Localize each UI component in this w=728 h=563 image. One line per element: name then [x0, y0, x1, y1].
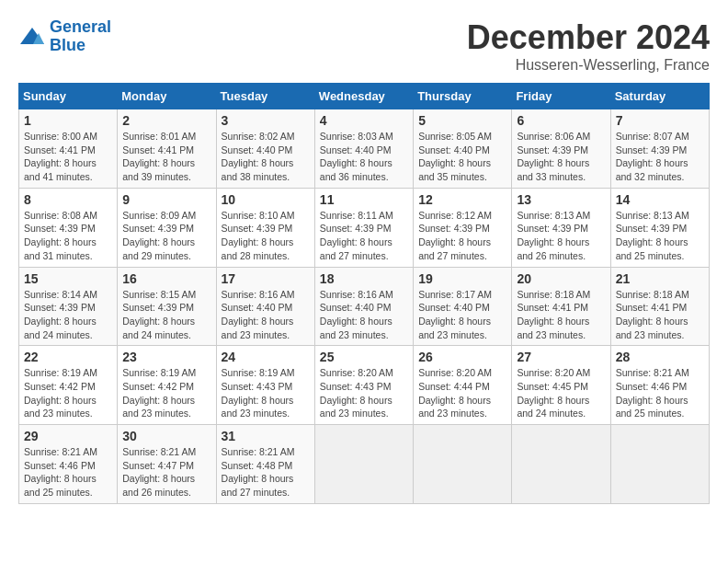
- day-info: Sunrise: 8:06 AM Sunset: 4:39 PM Dayligh…: [517, 130, 605, 184]
- calendar-cell: 22Sunrise: 8:19 AM Sunset: 4:42 PM Dayli…: [19, 346, 118, 425]
- day-info: Sunrise: 8:03 AM Sunset: 4:40 PM Dayligh…: [320, 130, 408, 184]
- day-info: Sunrise: 8:16 AM Sunset: 4:40 PM Dayligh…: [320, 288, 408, 342]
- calendar-title: December 2024: [467, 18, 710, 57]
- calendar-cell: 18Sunrise: 8:16 AM Sunset: 4:40 PM Dayli…: [314, 267, 413, 346]
- calendar-cell: 19Sunrise: 8:17 AM Sunset: 4:40 PM Dayli…: [414, 267, 512, 346]
- calendar-cell: 15Sunrise: 8:14 AM Sunset: 4:39 PM Dayli…: [19, 267, 118, 346]
- logo-icon: [18, 26, 46, 48]
- day-info: Sunrise: 8:01 AM Sunset: 4:41 PM Dayligh…: [122, 130, 210, 184]
- day-number: 15: [24, 271, 112, 286]
- header-row: SundayMondayTuesdayWednesdayThursdayFrid…: [19, 84, 710, 109]
- calendar-cell: 4Sunrise: 8:03 AM Sunset: 4:40 PM Daylig…: [314, 109, 413, 189]
- day-number: 13: [517, 192, 605, 207]
- header-day-friday: Friday: [512, 84, 610, 109]
- day-info: Sunrise: 8:20 AM Sunset: 4:43 PM Dayligh…: [320, 366, 408, 420]
- day-number: 11: [320, 192, 408, 207]
- header: General Blue December 2024 Husseren-Wess…: [18, 18, 710, 74]
- day-info: Sunrise: 8:10 AM Sunset: 4:39 PM Dayligh…: [222, 209, 310, 263]
- calendar-subtitle: Husseren-Wesserling, France: [467, 57, 710, 74]
- calendar-cell: [314, 425, 413, 504]
- calendar-cell: 21Sunrise: 8:18 AM Sunset: 4:41 PM Dayli…: [610, 267, 709, 346]
- day-info: Sunrise: 8:16 AM Sunset: 4:40 PM Dayligh…: [222, 288, 310, 342]
- calendar-cell: 28Sunrise: 8:21 AM Sunset: 4:46 PM Dayli…: [610, 346, 709, 425]
- day-info: Sunrise: 8:21 AM Sunset: 4:46 PM Dayligh…: [24, 445, 112, 500]
- logo-text: General Blue: [50, 18, 111, 55]
- calendar-cell: 27Sunrise: 8:20 AM Sunset: 4:45 PM Dayli…: [512, 346, 610, 425]
- day-info: Sunrise: 8:17 AM Sunset: 4:40 PM Dayligh…: [418, 288, 506, 342]
- day-number: 23: [122, 350, 210, 364]
- calendar-cell: 12Sunrise: 8:12 AM Sunset: 4:39 PM Dayli…: [414, 188, 512, 267]
- day-number: 10: [222, 192, 310, 207]
- day-info: Sunrise: 8:07 AM Sunset: 4:39 PM Dayligh…: [616, 130, 704, 184]
- day-number: 9: [122, 192, 210, 207]
- header-day-saturday: Saturday: [610, 84, 709, 109]
- calendar-cell: 14Sunrise: 8:13 AM Sunset: 4:39 PM Dayli…: [610, 188, 709, 267]
- day-number: 31: [222, 429, 310, 443]
- calendar-cell: 16Sunrise: 8:15 AM Sunset: 4:39 PM Dayli…: [118, 267, 216, 346]
- calendar-cell: 7Sunrise: 8:07 AM Sunset: 4:39 PM Daylig…: [610, 109, 709, 189]
- day-info: Sunrise: 8:19 AM Sunset: 4:42 PM Dayligh…: [122, 366, 210, 420]
- day-info: Sunrise: 8:21 AM Sunset: 4:47 PM Dayligh…: [122, 445, 210, 500]
- day-info: Sunrise: 8:12 AM Sunset: 4:39 PM Dayligh…: [418, 209, 506, 263]
- day-number: 6: [517, 113, 605, 128]
- day-number: 28: [616, 350, 704, 364]
- week-row-1: 1Sunrise: 8:00 AM Sunset: 4:41 PM Daylig…: [19, 109, 710, 189]
- day-number: 18: [320, 271, 408, 286]
- logo-line2: Blue: [50, 36, 85, 54]
- logo: General Blue: [18, 18, 111, 55]
- day-number: 5: [418, 113, 506, 128]
- day-info: Sunrise: 8:15 AM Sunset: 4:39 PM Dayligh…: [122, 288, 210, 342]
- header-day-sunday: Sunday: [19, 84, 118, 109]
- day-info: Sunrise: 8:21 AM Sunset: 4:48 PM Dayligh…: [222, 445, 310, 500]
- day-number: 21: [616, 271, 704, 286]
- calendar-cell: 5Sunrise: 8:05 AM Sunset: 4:40 PM Daylig…: [414, 109, 512, 189]
- logo-line1: General: [50, 17, 111, 36]
- calendar-cell: 13Sunrise: 8:13 AM Sunset: 4:39 PM Dayli…: [512, 188, 610, 267]
- day-info: Sunrise: 8:13 AM Sunset: 4:39 PM Dayligh…: [517, 209, 605, 263]
- week-row-4: 22Sunrise: 8:19 AM Sunset: 4:42 PM Dayli…: [19, 346, 710, 425]
- day-info: Sunrise: 8:14 AM Sunset: 4:39 PM Dayligh…: [24, 288, 112, 342]
- calendar-cell: 9Sunrise: 8:09 AM Sunset: 4:39 PM Daylig…: [118, 188, 216, 267]
- day-info: Sunrise: 8:09 AM Sunset: 4:39 PM Dayligh…: [122, 209, 210, 263]
- header-day-wednesday: Wednesday: [314, 84, 413, 109]
- calendar-cell: [512, 425, 610, 504]
- day-number: 14: [616, 192, 704, 207]
- calendar-cell: 2Sunrise: 8:01 AM Sunset: 4:41 PM Daylig…: [118, 109, 216, 189]
- day-info: Sunrise: 8:08 AM Sunset: 4:39 PM Dayligh…: [24, 209, 112, 263]
- day-number: 29: [24, 429, 112, 443]
- calendar-cell: 6Sunrise: 8:06 AM Sunset: 4:39 PM Daylig…: [512, 109, 610, 189]
- week-row-2: 8Sunrise: 8:08 AM Sunset: 4:39 PM Daylig…: [19, 188, 710, 267]
- day-info: Sunrise: 8:18 AM Sunset: 4:41 PM Dayligh…: [616, 288, 704, 342]
- day-number: 19: [418, 271, 506, 286]
- day-number: 1: [24, 113, 112, 128]
- calendar-cell: 23Sunrise: 8:19 AM Sunset: 4:42 PM Dayli…: [118, 346, 216, 425]
- day-number: 26: [418, 350, 506, 364]
- calendar-cell: 20Sunrise: 8:18 AM Sunset: 4:41 PM Dayli…: [512, 267, 610, 346]
- calendar-cell: 3Sunrise: 8:02 AM Sunset: 4:40 PM Daylig…: [216, 109, 314, 189]
- calendar-cell: 10Sunrise: 8:10 AM Sunset: 4:39 PM Dayli…: [216, 188, 314, 267]
- day-info: Sunrise: 8:20 AM Sunset: 4:44 PM Dayligh…: [418, 366, 506, 420]
- day-info: Sunrise: 8:18 AM Sunset: 4:41 PM Dayligh…: [517, 288, 605, 342]
- day-number: 16: [122, 271, 210, 286]
- day-number: 2: [122, 113, 210, 128]
- calendar-cell: 31Sunrise: 8:21 AM Sunset: 4:48 PM Dayli…: [216, 425, 314, 504]
- calendar-cell: 25Sunrise: 8:20 AM Sunset: 4:43 PM Dayli…: [314, 346, 413, 425]
- calendar-cell: 8Sunrise: 8:08 AM Sunset: 4:39 PM Daylig…: [19, 188, 118, 267]
- day-number: 24: [222, 350, 310, 364]
- day-number: 17: [222, 271, 310, 286]
- calendar-cell: 30Sunrise: 8:21 AM Sunset: 4:47 PM Dayli…: [118, 425, 216, 504]
- header-day-monday: Monday: [118, 84, 216, 109]
- header-day-tuesday: Tuesday: [216, 84, 314, 109]
- day-info: Sunrise: 8:02 AM Sunset: 4:40 PM Dayligh…: [222, 130, 310, 184]
- calendar-cell: 29Sunrise: 8:21 AM Sunset: 4:46 PM Dayli…: [19, 425, 118, 504]
- calendar-cell: [414, 425, 512, 504]
- week-row-3: 15Sunrise: 8:14 AM Sunset: 4:39 PM Dayli…: [19, 267, 710, 346]
- day-number: 8: [24, 192, 112, 207]
- day-info: Sunrise: 8:19 AM Sunset: 4:42 PM Dayligh…: [24, 366, 112, 420]
- day-info: Sunrise: 8:20 AM Sunset: 4:45 PM Dayligh…: [517, 366, 605, 420]
- calendar-cell: 1Sunrise: 8:00 AM Sunset: 4:41 PM Daylig…: [19, 109, 118, 189]
- day-info: Sunrise: 8:21 AM Sunset: 4:46 PM Dayligh…: [616, 366, 704, 420]
- day-number: 30: [122, 429, 210, 443]
- calendar-table: SundayMondayTuesdayWednesdayThursdayFrid…: [18, 83, 710, 504]
- day-number: 27: [517, 350, 605, 364]
